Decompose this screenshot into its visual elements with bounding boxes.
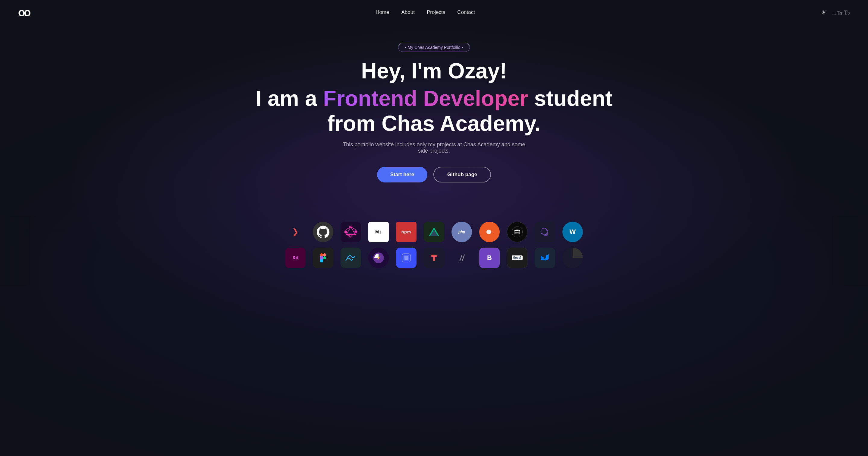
icon-graphql bbox=[341, 222, 361, 242]
svg-text:⚡: ⚡ bbox=[376, 256, 381, 260]
icon-nuxt bbox=[424, 222, 444, 242]
nav-contact[interactable]: Contact bbox=[457, 9, 475, 15]
svg-rect-13 bbox=[323, 253, 326, 256]
navbar: oo Home About Projects Contact ☀ T₁ T₂ T… bbox=[0, 0, 868, 25]
icon-npm: npm bbox=[396, 222, 416, 242]
svg-point-9 bbox=[547, 229, 548, 231]
icon-creativly bbox=[396, 248, 416, 268]
icon-tailkit bbox=[424, 248, 444, 268]
hero-subtitle-suffix: student bbox=[528, 86, 613, 110]
icon-postman bbox=[479, 222, 500, 242]
icon-tailwind bbox=[341, 248, 361, 268]
icon-gatsby: ⚡ bbox=[368, 248, 389, 268]
icons-row-1: ❯ M↓ npm bbox=[0, 222, 868, 242]
hero-buttons: Start here Github page bbox=[377, 167, 491, 182]
icon-php: php bbox=[452, 222, 472, 242]
theme-toggle-icon[interactable]: ☀ bbox=[821, 9, 827, 16]
icons-row-2: Xd ⚡ bbox=[0, 248, 868, 268]
hero-description: This portfolio website includes only my … bbox=[341, 141, 527, 154]
icon-figma bbox=[313, 248, 333, 268]
hero-section: My Chas Academy Portfollio Hey, I'm Ozay… bbox=[0, 25, 868, 216]
font-size-medium[interactable]: T₂ bbox=[838, 10, 842, 16]
svg-rect-21 bbox=[404, 256, 408, 260]
svg-line-24 bbox=[460, 255, 462, 261]
font-size-large[interactable]: T₃ bbox=[844, 9, 850, 16]
icon-bootstrap: B bbox=[479, 248, 500, 268]
logo[interactable]: oo bbox=[18, 7, 30, 18]
icon-less: {less} bbox=[507, 248, 527, 268]
hero-subtitle-highlight: Frontend Developer bbox=[323, 86, 528, 110]
nav-home[interactable]: Home bbox=[375, 9, 389, 15]
svg-rect-12 bbox=[320, 253, 323, 256]
font-size-small[interactable]: T₁ bbox=[832, 11, 836, 16]
hero-subtitle-line3: from Chas Academy. bbox=[327, 111, 541, 135]
hero-subtitle-prefix: I am a bbox=[255, 86, 323, 110]
icon-wordpress: W bbox=[562, 222, 583, 242]
nav-right: ☀ T₁ T₂ T₃ bbox=[821, 9, 850, 16]
icon-partial-right bbox=[562, 248, 583, 268]
svg-point-16 bbox=[323, 256, 326, 259]
nav-links: Home About Projects Contact bbox=[375, 9, 475, 16]
github-page-button[interactable]: Github page bbox=[433, 167, 491, 182]
svg-rect-15 bbox=[320, 259, 323, 262]
svg-point-1 bbox=[344, 230, 347, 233]
icon-lines bbox=[452, 248, 472, 268]
hero-badge: My Chas Academy Portfollio bbox=[398, 43, 470, 52]
svg-rect-14 bbox=[320, 256, 323, 259]
icon-partial-left: ❯ bbox=[285, 222, 306, 242]
svg-point-10 bbox=[541, 233, 542, 234]
icon-xd: Xd bbox=[285, 248, 306, 268]
tech-icons-section: ❯ M↓ npm bbox=[0, 216, 868, 286]
icon-mui bbox=[535, 248, 555, 268]
hero-title: Hey, I'm Ozay! bbox=[361, 59, 507, 83]
svg-rect-23 bbox=[433, 255, 435, 261]
logo-icon: oo bbox=[18, 7, 30, 18]
nav-projects[interactable]: Projects bbox=[427, 9, 445, 15]
icon-railway bbox=[507, 222, 527, 242]
font-size-controls: T₁ T₂ T₃ bbox=[832, 9, 850, 16]
icon-redux bbox=[535, 222, 555, 242]
svg-line-25 bbox=[462, 255, 464, 261]
start-here-button[interactable]: Start here bbox=[377, 167, 427, 182]
icon-markdown: M↓ bbox=[368, 222, 389, 242]
nav-about[interactable]: About bbox=[401, 9, 415, 15]
svg-point-0 bbox=[354, 230, 357, 233]
hero-subtitle: I am a Frontend Developer student from C… bbox=[255, 86, 613, 136]
icon-github bbox=[313, 222, 333, 242]
svg-point-11 bbox=[546, 234, 547, 235]
